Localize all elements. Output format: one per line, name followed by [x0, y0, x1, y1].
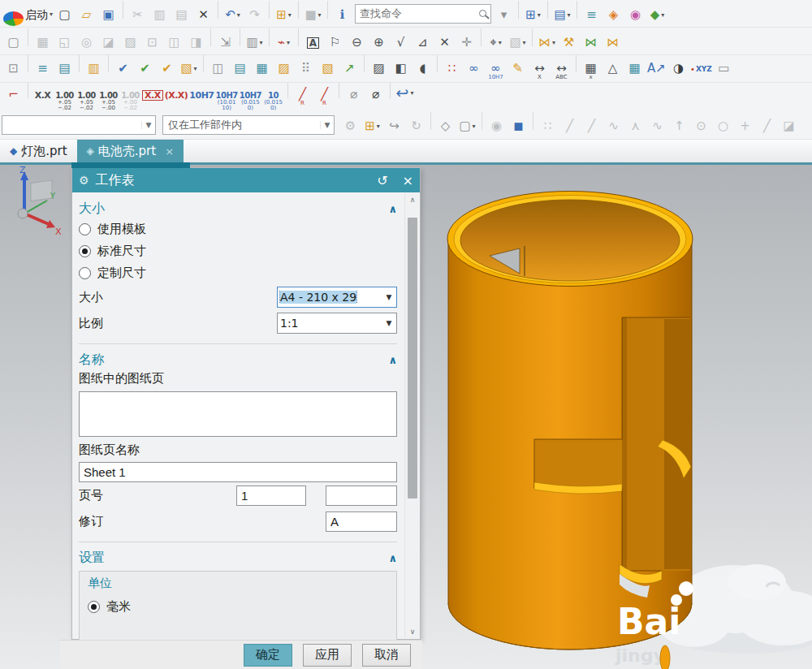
basic-dim-icon[interactable]: X.X: [142, 84, 163, 106]
diameter-icon[interactable]: ⌀: [343, 83, 364, 106]
snap-center-icon[interactable]: ⊙: [691, 114, 711, 137]
fit-h7-icon[interactable]: 10H7: [189, 84, 214, 106]
fit-stack3-icon[interactable]: 10(0.015 0): [263, 90, 283, 110]
verify-solid-icon[interactable]: ✔: [157, 57, 177, 80]
dialog-header[interactable]: ⚙ 工作表 ↺ ×: [72, 168, 420, 192]
dialog-scrollbar[interactable]: ∧ ∨: [404, 193, 419, 638]
view-rotate-icon[interactable]: ⊡: [142, 31, 162, 54]
table-tri-icon[interactable]: ▦: [624, 57, 645, 80]
radio-millimeters[interactable]: 毫米: [88, 596, 388, 618]
new-window-icon[interactable]: ⊞ ▾: [274, 3, 294, 26]
target-point-icon[interactable]: ⌖ ▾: [486, 31, 506, 54]
close-icon[interactable]: ×: [165, 145, 174, 158]
grid-x-icon[interactable]: ▦x: [581, 60, 601, 83]
dialog-drag-cap[interactable]: [71, 162, 190, 168]
search-options-icon[interactable]: ▾: [494, 3, 514, 26]
check-mate-icon[interactable]: ✔: [135, 57, 155, 80]
dim-abc-icon[interactable]: ↔ABC: [551, 60, 572, 83]
weld-orange-icon[interactable]: ⋈: [603, 31, 623, 54]
scroll-up-icon[interactable]: ∧: [405, 193, 420, 206]
new-file-icon[interactable]: ▢: [54, 3, 75, 26]
dim-style-icon[interactable]: X.X: [32, 84, 53, 106]
view-frame-icon[interactable]: ⊡: [3, 57, 24, 80]
chevron-down-icon[interactable]: ▼: [141, 121, 155, 129]
snap-midpoint-icon[interactable]: ╱: [581, 114, 602, 137]
snap-circle-icon[interactable]: ○: [713, 114, 733, 137]
sheet-name-input[interactable]: [79, 462, 397, 482]
tol-lower-icon[interactable]: 1.00+.00 −.02: [120, 90, 140, 110]
cut-icon[interactable]: ✂: [127, 3, 148, 26]
snap-spline-icon[interactable]: ∿: [647, 114, 667, 137]
delete-icon[interactable]: ✕: [193, 3, 214, 26]
view-list-icon[interactable]: ▤: [230, 57, 250, 80]
blank-box-icon[interactable]: ▭: [714, 57, 734, 80]
solid-cube-icon[interactable]: ◼: [508, 114, 529, 137]
xyz-point-icon[interactable]: XYZ: [690, 58, 712, 80]
chevron-down-icon[interactable]: ▼: [320, 121, 334, 129]
weld-symbol-icon[interactable]: ⋈ ▾: [537, 31, 557, 54]
pan-hand-icon[interactable]: ↪: [384, 114, 404, 137]
section-size-header[interactable]: 大小 ∧: [79, 199, 397, 218]
open-icon[interactable]: ▱: [76, 3, 97, 26]
annotation-edit-icon[interactable]: ✎: [508, 57, 528, 80]
redo-icon[interactable]: ↷: [244, 3, 265, 26]
annotation-prefs-icon[interactable]: ▥: [84, 57, 104, 80]
collapse-arrow-icon[interactable]: ∧: [388, 203, 397, 215]
radius-dim-icon[interactable]: ╱R: [292, 86, 313, 109]
center-balance-icon[interactable]: ◑: [668, 57, 689, 80]
layer-settings-icon[interactable]: ≡: [32, 57, 53, 80]
gear-icon[interactable]: ⚙: [79, 174, 89, 187]
command-search-box[interactable]: [355, 4, 491, 24]
paste-icon[interactable]: ▤: [171, 3, 192, 26]
save-icon[interactable]: ▣: [98, 3, 119, 26]
revision-input[interactable]: [326, 511, 397, 532]
csys-arrows-icon[interactable]: ↗: [339, 57, 360, 80]
magnify-icon[interactable]: ⊕: [369, 31, 389, 54]
roles-icon[interactable]: ◉: [625, 3, 646, 26]
scrollbar-thumb[interactable]: [408, 218, 417, 499]
radio-custom-size[interactable]: 定制尺寸: [79, 262, 397, 284]
fit-stack2-icon[interactable]: 10H7(0.015 0): [240, 90, 261, 110]
snap-prefs-icon[interactable]: ⚙: [340, 114, 361, 137]
layers-stack-icon[interactable]: ≡: [581, 3, 602, 26]
half-section-icon[interactable]: ◧: [391, 57, 411, 80]
start-menu[interactable]: 启动 ▾: [25, 3, 53, 26]
abc-cube-icon[interactable]: ▧: [317, 57, 338, 80]
radio-standard-size[interactable]: 标准尺寸: [79, 240, 397, 262]
snap-point-icon[interactable]: ∷: [538, 114, 558, 137]
tab-dengpao-prt[interactable]: ◆ 灯泡.prt: [0, 140, 77, 162]
cancel-button[interactable]: 取消: [362, 644, 411, 667]
search-input[interactable]: [360, 7, 479, 19]
relations-icon[interactable]: ⠿: [296, 57, 316, 80]
datum-target-icon[interactable]: ⊿: [412, 31, 433, 54]
snap-face-icon[interactable]: ◪: [779, 114, 799, 137]
measure-icon[interactable]: ∞: [464, 57, 484, 80]
shaded-sphere-icon[interactable]: ◉: [486, 114, 507, 137]
projected-view-icon[interactable]: ◱: [54, 31, 75, 54]
radio-use-template[interactable]: 使用模板: [79, 218, 397, 240]
sheet-listbox[interactable]: [79, 391, 397, 437]
radius-dim2-icon[interactable]: ╱R: [314, 86, 335, 109]
rapid-dimension-icon[interactable]: ⌁ ▾: [274, 31, 294, 54]
filter-cube-icon[interactable]: ◇: [435, 114, 456, 137]
new-sheet-icon[interactable]: ▢: [3, 31, 24, 54]
page-extra-input[interactable]: [326, 486, 397, 506]
tab-dianchike-prt[interactable]: ◈ 电池壳.prt ×: [77, 140, 184, 162]
chevron-down-icon[interactable]: ▼: [382, 319, 396, 327]
ok-button[interactable]: 确定: [244, 644, 292, 667]
chevron-down-icon[interactable]: ▼: [382, 293, 396, 301]
selection-filter-combo[interactable]: ▼: [2, 115, 156, 135]
snap-plus-icon[interactable]: +: [735, 114, 755, 137]
table-menu-icon[interactable]: ▥ ▾: [244, 31, 265, 54]
selection-scope-combo[interactable]: 仅在工作部件内 ▼: [162, 115, 335, 135]
image-insert-icon[interactable]: ▧ ▾: [508, 31, 528, 54]
fit-measure-icon[interactable]: ∞10H7: [486, 60, 506, 83]
scale-combo[interactable]: 1:1 ▼: [277, 313, 397, 334]
snap-pole-icon[interactable]: ⋏: [625, 114, 646, 137]
note-text-icon[interactable]: A: [303, 32, 323, 54]
image-view-icon[interactable]: ▨: [274, 57, 294, 80]
apply-button[interactable]: 应用: [303, 644, 352, 667]
tol-upper-icon[interactable]: 1.00+.05 −.00: [98, 90, 119, 110]
window-icon[interactable]: ⊞ ▾: [523, 3, 543, 26]
sheet-view-icon[interactable]: ◫: [208, 57, 228, 80]
